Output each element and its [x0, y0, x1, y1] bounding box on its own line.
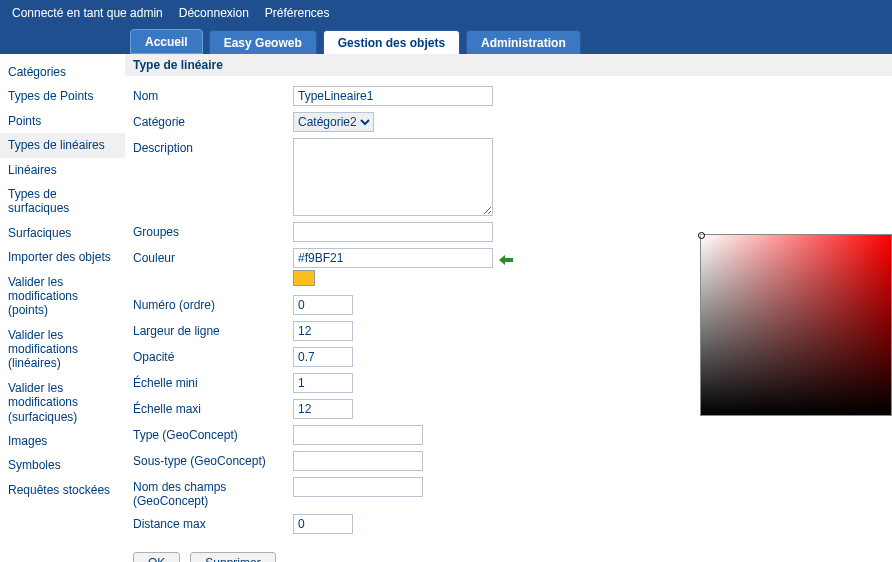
content-area: Type de linéaire Nom Catégorie Catégorie…: [125, 54, 892, 562]
label-type-geoconcept: Type (GeoConcept): [133, 425, 293, 442]
sidebar: Catégories Types de Points Points Types …: [0, 54, 125, 562]
input-numero[interactable]: [293, 295, 353, 315]
label-description: Description: [133, 138, 293, 155]
logout-link[interactable]: Déconnexion: [179, 6, 249, 20]
sidebar-item-surfaciques[interactable]: Surfaciques: [0, 221, 125, 245]
input-echelle-maxi[interactable]: [293, 399, 353, 419]
preferences-link[interactable]: Préférences: [265, 6, 330, 20]
input-nom-champs-geoconcept[interactable]: [293, 477, 423, 497]
label-couleur: Couleur: [133, 248, 293, 265]
sv-cursor-icon: [698, 232, 705, 239]
color-swatch: [293, 270, 315, 286]
label-categorie: Catégorie: [133, 112, 293, 129]
color-picker: R G B #: [700, 234, 892, 416]
label-echelle-mini: Échelle mini: [133, 373, 293, 390]
supprimer-button[interactable]: Supprimer: [190, 552, 275, 562]
sidebar-item-symboles[interactable]: Symboles: [0, 453, 125, 477]
top-bar: Connecté en tant que admin Déconnexion P…: [0, 0, 892, 26]
label-sous-type-geoconcept: Sous-type (GeoConcept): [133, 451, 293, 468]
sidebar-item-images[interactable]: Images: [0, 429, 125, 453]
sidebar-item-types-lineaires[interactable]: Types de linéaires: [0, 133, 125, 157]
label-nom: Nom: [133, 86, 293, 103]
tab-administration[interactable]: Administration: [466, 30, 581, 54]
tab-accueil[interactable]: Accueil: [130, 29, 203, 54]
label-distance-max: Distance max: [133, 514, 293, 531]
sidebar-item-valider-lineaires[interactable]: Valider les modifications (linéaires): [0, 323, 125, 376]
sidebar-item-importer-objets[interactable]: Importer des objets: [0, 245, 125, 269]
svg-marker-0: [499, 255, 513, 265]
sidebar-item-points[interactable]: Points: [0, 109, 125, 133]
input-distance-max[interactable]: [293, 514, 353, 534]
input-sous-type-geoconcept[interactable]: [293, 451, 423, 471]
input-couleur[interactable]: [293, 248, 493, 268]
sidebar-item-lineaires[interactable]: Linéaires: [0, 158, 125, 182]
input-echelle-mini[interactable]: [293, 373, 353, 393]
color-picker-sv[interactable]: [700, 234, 892, 416]
section-title: Type de linéaire: [125, 54, 892, 76]
label-echelle-maxi: Échelle maxi: [133, 399, 293, 416]
sidebar-item-types-points[interactable]: Types de Points: [0, 84, 125, 108]
label-nom-champs-geoconcept: Nom des champs (GeoConcept): [133, 477, 293, 508]
input-groupes[interactable]: [293, 222, 493, 242]
label-numero: Numéro (ordre): [133, 295, 293, 312]
label-largeur: Largeur de ligne: [133, 321, 293, 338]
arrow-left-icon: [499, 250, 513, 266]
sidebar-item-types-surfaciques[interactable]: Types de surfaciques: [0, 182, 125, 221]
input-nom[interactable]: [293, 86, 493, 106]
tab-gestion-objets[interactable]: Gestion des objets: [323, 30, 460, 54]
sidebar-item-valider-points[interactable]: Valider les modifications (points): [0, 270, 125, 323]
ok-button[interactable]: OK: [133, 552, 180, 562]
tab-bar: Accueil Easy Geoweb Gestion des objets A…: [0, 26, 892, 54]
tab-easy-geoweb[interactable]: Easy Geoweb: [209, 30, 317, 54]
label-groupes: Groupes: [133, 222, 293, 239]
sidebar-item-categories[interactable]: Catégories: [0, 60, 125, 84]
sidebar-item-requetes-stockees[interactable]: Requêtes stockées: [0, 478, 125, 502]
select-categorie[interactable]: Catégorie2: [293, 112, 374, 132]
textarea-description[interactable]: [293, 138, 493, 216]
input-opacite[interactable]: [293, 347, 353, 367]
sidebar-item-valider-surfaciques[interactable]: Valider les modifications (surfaciques): [0, 376, 125, 429]
label-opacite: Opacité: [133, 347, 293, 364]
connected-as: Connecté en tant que admin: [12, 6, 163, 20]
input-largeur[interactable]: [293, 321, 353, 341]
input-type-geoconcept[interactable]: [293, 425, 423, 445]
